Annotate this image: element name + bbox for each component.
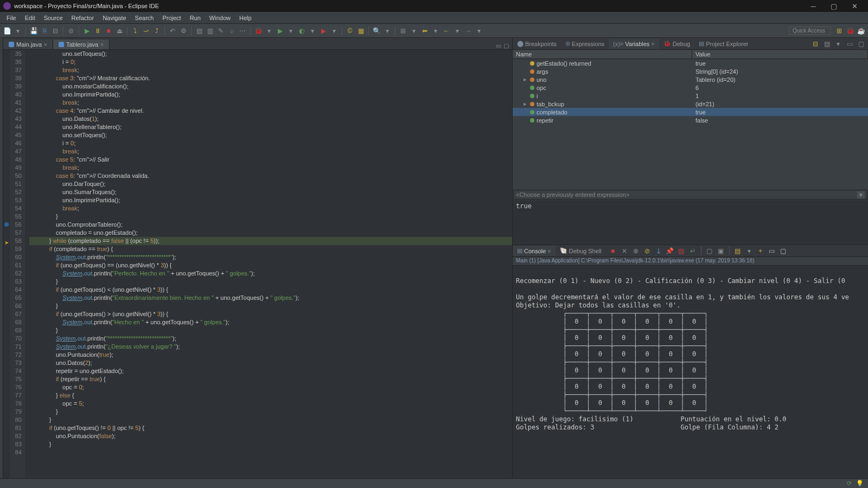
col-value[interactable]: Value <box>692 50 868 59</box>
close-view-icon[interactable]: × <box>651 41 654 47</box>
view-tab-expressions[interactable]: ⊜Expressions <box>561 38 609 49</box>
save-all-icon[interactable]: ⎘ <box>40 26 49 36</box>
menu-help[interactable]: Help <box>235 14 256 22</box>
console-output[interactable]: Recomenzar (0 1) - Nuevo (0 2) - Calific… <box>513 266 868 478</box>
ext-dropdown-icon[interactable]: ▾ <box>329 26 339 36</box>
disconnect-icon[interactable]: ⏏ <box>114 26 124 36</box>
nav-dropdown-a[interactable]: ▾ <box>409 26 419 36</box>
menu-refactor[interactable]: Refactor <box>67 14 99 22</box>
run-dropdown-icon[interactable]: ▾ <box>286 26 296 36</box>
menu-project[interactable]: Project <box>158 14 185 22</box>
minimize-button[interactable]: ─ <box>803 0 824 12</box>
tb-icon-d[interactable]: ⌕ <box>227 26 237 36</box>
perspective-debug-icon[interactable]: 🐞 <box>845 26 855 36</box>
menu-navigate[interactable]: Navigate <box>98 14 130 22</box>
console-min-icon[interactable]: ▭ <box>767 246 777 256</box>
minimize-view-icon[interactable]: ▭ <box>496 42 501 49</box>
console-open-icon[interactable]: ▢ <box>705 246 714 256</box>
toggle-icon[interactable]: ⊟ <box>50 26 60 36</box>
perspective-open-icon[interactable]: ⊞ <box>834 26 844 36</box>
menu-window[interactable]: Window <box>205 14 235 22</box>
maximize-button[interactable]: ▢ <box>824 0 844 12</box>
variable-row[interactable]: ▸unoTablero (id=20) <box>513 75 868 84</box>
var-menu-icon[interactable]: ▾ <box>833 39 843 49</box>
expand-icon[interactable]: ▸ <box>522 100 528 107</box>
forward-icon[interactable]: → <box>463 26 473 36</box>
sync-icon[interactable]: ⟳ <box>847 480 852 487</box>
new-dropdown-icon[interactable]: ▾ <box>13 26 23 36</box>
console-display-icon[interactable]: ▤ <box>676 246 686 256</box>
tb-icon-c[interactable]: ✎ <box>216 26 226 36</box>
run-icon[interactable]: ▶ <box>275 26 285 36</box>
close-button[interactable]: ✕ <box>844 0 865 12</box>
quick-access-input[interactable]: Quick Access <box>789 27 831 35</box>
console-removeall-icon[interactable]: ⊗ <box>631 246 641 256</box>
console-open2-icon[interactable]: ▣ <box>716 246 726 256</box>
console-select-icon[interactable]: ▤ <box>733 246 743 256</box>
code-editor[interactable]: ➤ 35363738394041424344454647484950515253… <box>3 50 512 478</box>
menu-run[interactable]: Run <box>186 14 205 22</box>
view-tab-variables[interactable]: (x)=Variables × <box>609 39 659 49</box>
expression-dropdown-icon[interactable]: ▾ <box>857 191 865 198</box>
save-icon[interactable]: 💾 <box>29 26 39 36</box>
back-icon[interactable]: ← <box>442 26 451 36</box>
tb-icon-a[interactable]: ▤ <box>194 26 204 36</box>
step-return-icon[interactable]: ⤴ <box>152 26 162 36</box>
col-name[interactable]: Name <box>513 50 692 59</box>
var-min-icon[interactable]: ▭ <box>845 39 854 49</box>
console-new-icon[interactable]: + <box>756 246 765 256</box>
console-remove-icon[interactable]: ✕ <box>620 246 629 256</box>
menu-source[interactable]: Source <box>40 14 67 22</box>
variable-row[interactable]: argsString[0] (id=24) <box>513 67 868 75</box>
view-tab-breakpoints[interactable]: ⬤Breakpoints <box>513 38 561 49</box>
menu-search[interactable]: Search <box>131 14 158 22</box>
expression-input[interactable]: <Choose a previously entered expression>… <box>513 190 867 200</box>
variable-row[interactable]: ▸tab_bckup(id=21) <box>513 100 868 108</box>
var-tree-icon[interactable]: ▤ <box>822 39 832 49</box>
editor-tab[interactable]: Tablero.java× <box>53 40 110 49</box>
ext-tools-icon[interactable]: ▶ <box>318 26 328 36</box>
console-tab-debug-shell[interactable]: 🐚Debug Shell <box>556 246 606 256</box>
new-class-icon[interactable]: © <box>345 26 355 36</box>
resume-icon[interactable]: ▶ <box>82 26 92 36</box>
console-scroll-icon[interactable]: ⤓ <box>654 246 663 256</box>
new-pkg-icon[interactable]: ▦ <box>356 26 366 36</box>
console-pin-icon[interactable]: 📌 <box>665 246 675 256</box>
var-max-icon[interactable]: ▢ <box>856 39 866 49</box>
variable-row[interactable]: repetirfalse <box>513 116 868 124</box>
close-console-tab-icon[interactable]: × <box>547 248 551 254</box>
nav-icon-a[interactable]: ⊞ <box>398 26 408 36</box>
editor-tab[interactable]: Main.java× <box>3 40 53 49</box>
suspend-icon[interactable]: ⏸ <box>93 26 103 36</box>
perspective-java-icon[interactable]: ☕ <box>856 26 866 36</box>
maximize-view-icon[interactable]: ▢ <box>503 42 509 49</box>
console-select-dd-icon[interactable]: ▾ <box>744 246 754 256</box>
drop-frame-icon[interactable]: ↶ <box>168 26 177 36</box>
debug-dropdown-icon[interactable]: ▾ <box>264 26 274 36</box>
view-tab-project-explorer[interactable]: ▤Project Explorer <box>694 38 752 49</box>
use-step-filters-icon[interactable]: ⚙ <box>178 26 188 36</box>
menu-edit[interactable]: Edit <box>21 14 40 22</box>
skip-breakpoints-icon[interactable]: ⊘ <box>66 26 76 36</box>
debug-run-icon[interactable]: 🐞 <box>253 26 263 36</box>
nav-icon-b[interactable]: ⬅ <box>420 26 430 36</box>
close-tab-icon[interactable]: × <box>100 42 104 48</box>
variables-table[interactable]: getEstado() returnedtrueargsString[0] (i… <box>513 59 868 189</box>
console-max-icon[interactable]: ▢ <box>778 246 788 256</box>
var-collapse-icon[interactable]: ⊟ <box>810 39 820 49</box>
console-wrap-icon[interactable]: ↵ <box>688 246 698 256</box>
variable-row[interactable]: completadotrue <box>513 108 868 116</box>
back-dropdown-icon[interactable]: ▾ <box>452 26 462 36</box>
nav-dropdown-b[interactable]: ▾ <box>431 26 441 36</box>
tb-icon-e[interactable]: ⋯ <box>238 26 247 36</box>
console-clear-icon[interactable]: ⊘ <box>642 246 652 256</box>
tip-icon[interactable]: 💡 <box>856 480 864 487</box>
step-into-icon[interactable]: ⤵ <box>130 26 140 36</box>
search-tb-icon[interactable]: 🔍 <box>372 26 381 36</box>
coverage-icon[interactable]: ◐ <box>297 26 307 36</box>
variable-row[interactable]: getEstado() returnedtrue <box>513 59 868 67</box>
tb-icon-b[interactable]: ▥ <box>205 26 215 36</box>
coverage-dropdown-icon[interactable]: ▾ <box>308 26 317 36</box>
console-tab-console[interactable]: ▤Console × <box>513 246 556 256</box>
variable-row[interactable]: i1 <box>513 92 868 100</box>
